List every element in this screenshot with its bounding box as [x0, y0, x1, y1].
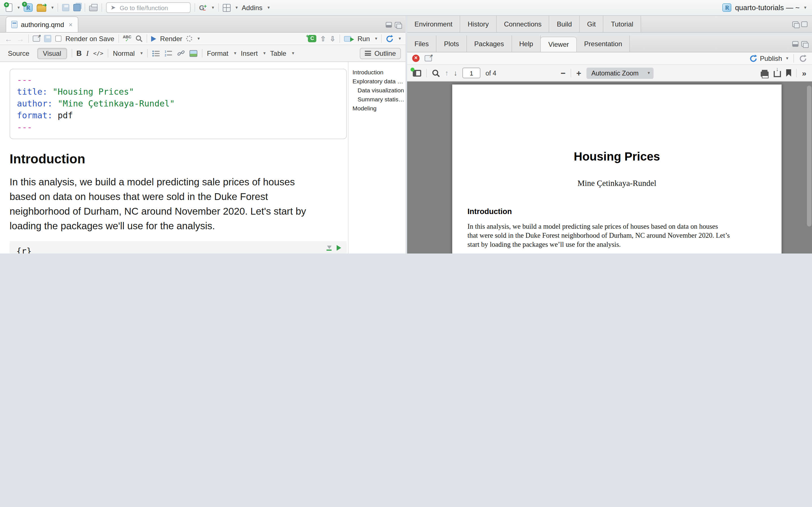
visual-editor[interactable]: ---title: "Housing Prices"author: "Mine … [0, 62, 348, 253]
goto-file-input[interactable] [119, 4, 186, 11]
format-menu-caret-icon[interactable]: ▾ [234, 51, 236, 56]
pdf-next-page-icon[interactable]: ↓ [454, 69, 457, 77]
outline-item-summary-statistics[interactable]: Summary statis… [352, 95, 404, 104]
tab-presentation[interactable]: Presentation [577, 36, 630, 52]
minimize-pane-icon[interactable] [386, 22, 392, 27]
open-file-caret-icon[interactable]: ▾ [51, 5, 54, 10]
bullet-list-icon[interactable] [152, 50, 160, 57]
open-file-icon[interactable] [37, 5, 46, 12]
tab-files[interactable]: Files [407, 36, 437, 52]
link-icon[interactable] [177, 50, 185, 57]
editor-tab-authoring-qmd[interactable]: authoring.qmd × [6, 16, 78, 32]
pdf-zoom-in-icon[interactable]: + [576, 68, 581, 78]
tab-history[interactable]: History [460, 16, 497, 32]
find-replace-icon[interactable] [135, 35, 143, 42]
render-on-save-checkbox[interactable] [55, 36, 61, 42]
tab-build[interactable]: Build [550, 16, 580, 32]
code-format-button[interactable]: </> [93, 50, 103, 56]
go-next-chunk-icon[interactable]: ⇩ [330, 35, 336, 43]
back-icon[interactable]: ← [4, 34, 12, 43]
popout-viewer-icon[interactable] [424, 55, 432, 61]
document-options-caret-icon[interactable]: ▾ [198, 36, 200, 41]
paragraph-style-select[interactable]: Normal [113, 49, 135, 57]
document-options-gear-icon[interactable] [186, 36, 193, 42]
outline-toggle-button[interactable]: Outline [360, 48, 401, 59]
outline-item-introduction[interactable]: Introduction [352, 68, 404, 76]
pdf-zoom-select[interactable]: Automatic Zoom ▾ [586, 67, 654, 78]
save-doc-icon[interactable] [44, 35, 51, 42]
pdf-scrollbar[interactable] [806, 83, 811, 253]
outline-item-modeling[interactable]: Modeling [352, 104, 404, 113]
tab-tutorial[interactable]: Tutorial [604, 16, 641, 32]
insert-menu-caret-icon[interactable]: ▾ [263, 51, 266, 56]
pane-layout-icon[interactable] [222, 4, 231, 11]
run-caret-icon[interactable]: ▾ [375, 36, 377, 41]
project-menu[interactable]: quarto-tutorials — ~ ▾ [723, 3, 806, 12]
pane-layout-caret-icon[interactable]: ▾ [236, 5, 238, 10]
pdf-print-icon[interactable] [761, 71, 769, 76]
numbered-list-icon[interactable]: 12 [165, 50, 172, 57]
rerun-icon[interactable] [386, 35, 394, 43]
run-button[interactable]: Run [357, 35, 370, 43]
new-file-icon[interactable]: + [6, 3, 12, 12]
save-icon[interactable] [62, 4, 69, 11]
pdf-search-icon[interactable] [432, 69, 440, 77]
render-button[interactable]: Render [160, 35, 183, 43]
pdf-previous-page-icon[interactable]: ↑ [445, 69, 449, 77]
outline-item-data-visualization[interactable]: Data visualization [352, 86, 404, 95]
tab-plots[interactable]: Plots [437, 36, 467, 52]
goto-file-search[interactable]: ➤ [106, 2, 191, 13]
pdf-page-number-input[interactable] [462, 68, 480, 78]
tab-environment[interactable]: Environment [407, 16, 460, 32]
pdf-sidebar-toggle-icon[interactable] [413, 69, 421, 76]
pdf-zoom-out-icon[interactable]: − [560, 68, 566, 78]
table-menu[interactable]: Table [270, 49, 286, 57]
source-mode-button[interactable]: Source [4, 48, 33, 58]
version-control-caret-icon[interactable]: ▾ [212, 5, 214, 10]
maximize-pane-icon[interactable] [801, 41, 808, 47]
render-icon[interactable] [151, 36, 156, 41]
popout-editor-icon[interactable] [33, 36, 40, 42]
italic-button[interactable]: I [86, 49, 89, 58]
tab-viewer[interactable]: Viewer [541, 37, 577, 52]
insert-chunk-icon[interactable]: C [308, 35, 316, 42]
minimize-pane-icon[interactable] [792, 41, 799, 47]
new-project-icon[interactable]: + [24, 3, 33, 12]
outline-item-eda[interactable]: Exploratory data … [352, 76, 404, 86]
format-menu[interactable]: Format [207, 49, 229, 57]
maximize-pane-icon[interactable] [395, 22, 401, 27]
run-all-chunks-above-icon[interactable] [326, 245, 332, 250]
paragraph-style-caret-icon[interactable]: ▾ [140, 51, 143, 56]
rerun-caret-icon[interactable]: ▾ [399, 36, 401, 41]
tab-packages[interactable]: Packages [467, 36, 512, 52]
pdf-bookmark-icon[interactable] [786, 69, 791, 76]
table-menu-caret-icon[interactable]: ▾ [292, 51, 294, 56]
visual-mode-button[interactable]: Visual [37, 48, 67, 59]
print-icon[interactable] [89, 6, 98, 11]
insert-image-icon[interactable] [190, 50, 197, 57]
publish-button[interactable]: Publish ▾ [749, 54, 788, 62]
maximize-pane-icon[interactable] [801, 21, 808, 27]
insert-menu[interactable]: Insert [241, 49, 258, 57]
close-tab-icon[interactable]: × [68, 20, 72, 29]
tab-git[interactable]: Git [580, 16, 604, 32]
run-icon[interactable] [344, 36, 351, 41]
tab-help[interactable]: Help [512, 36, 541, 52]
r-code-chunk[interactable]: {r}#| label: load-pkgs#| code-summary: "… [10, 241, 347, 253]
forward-icon[interactable]: → [16, 34, 24, 43]
save-all-icon[interactable] [73, 4, 81, 11]
pdf-download-icon[interactable] [774, 71, 781, 77]
refresh-viewer-icon[interactable] [799, 54, 807, 62]
go-previous-chunk-icon[interactable]: ⇧ [320, 35, 326, 43]
pdf-viewport[interactable]: Housing Prices Mine Çetinkaya-Rundel Int… [407, 82, 812, 253]
tab-connections[interactable]: Connections [497, 16, 549, 32]
addins-caret-icon[interactable]: ▾ [267, 5, 270, 10]
version-control-icon[interactable]: G+− [199, 4, 207, 11]
pdf-scrollbar-thumb[interactable] [807, 86, 811, 226]
new-file-caret-icon[interactable]: ▾ [17, 5, 20, 10]
minimize-pane-icon[interactable] [792, 21, 799, 27]
run-chunk-icon[interactable] [337, 245, 341, 251]
stop-viewer-icon[interactable] [412, 55, 419, 62]
spellcheck-icon[interactable]: ABC✓ [123, 35, 131, 43]
yaml-metadata-block[interactable]: ---title: "Housing Prices"author: "Mine … [10, 69, 347, 139]
